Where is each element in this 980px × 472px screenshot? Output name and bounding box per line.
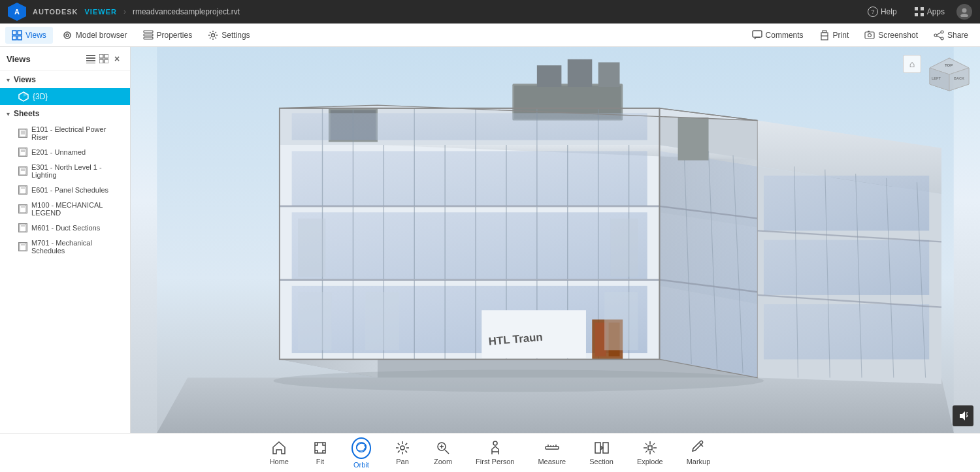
svg-point-4 (962, 8, 967, 13)
sidebar-item-m100[interactable]: M100 - MECHANICAL LEGEND (0, 198, 130, 220)
svg-point-23 (941, 37, 943, 40)
viewcube[interactable]: TOP LEFT BACK (926, 55, 972, 94)
first-person-tool-icon (487, 440, 503, 456)
svg-point-119 (273, 370, 763, 392)
apps-button[interactable]: Apps (909, 4, 950, 20)
markup-tool-label: Markup (687, 458, 711, 465)
svg-point-10 (64, 32, 71, 39)
orbit-tool[interactable]: Orbit (340, 433, 383, 473)
svg-line-140 (966, 413, 968, 413)
user-avatar[interactable] (956, 4, 972, 20)
sheets-section[interactable]: ▾ Sheets (0, 105, 130, 122)
grid-view-button[interactable] (97, 52, 110, 65)
first-person-tool-label: First Person (476, 458, 514, 465)
svg-point-148 (493, 441, 497, 445)
sheet-icon (18, 204, 27, 213)
3d-viewport[interactable]: HTL Traun (131, 47, 980, 433)
svg-point-5 (960, 14, 968, 17)
fit-tool-icon (312, 440, 328, 456)
sound-button[interactable] (953, 405, 973, 426)
sidebar-item-e601[interactable]: E601 - Panel Schedules (0, 182, 130, 198)
svg-rect-39 (20, 148, 26, 156)
home-tool[interactable]: Home (258, 436, 301, 469)
home-view-icon: ⌂ (909, 59, 915, 69)
help-button[interactable]: ? Help (862, 4, 902, 20)
measure-tool[interactable]: Measure (526, 436, 578, 469)
3d-icon (18, 91, 29, 102)
close-sidebar-button[interactable]: × (110, 52, 123, 65)
print-icon (819, 30, 830, 40)
orbit-tool-icon (354, 440, 368, 454)
autodesk-logo: A (8, 3, 26, 21)
zoom-tool-label: Zoom (434, 458, 452, 465)
svg-rect-17 (821, 36, 828, 40)
building-model: HTL Traun (131, 47, 980, 433)
views-icon (12, 30, 22, 40)
explode-tool-label: Explode (637, 458, 663, 465)
properties-tab[interactable]: Properties (137, 27, 199, 44)
comments-button[interactable]: Comments (745, 27, 810, 44)
svg-rect-51 (20, 243, 26, 251)
explode-tool[interactable]: Explode (625, 436, 675, 469)
svg-rect-42 (20, 167, 26, 175)
settings-icon (208, 30, 218, 40)
views-section[interactable]: ▾ Views (0, 71, 130, 88)
orbit-tool-label: Orbit (353, 461, 369, 469)
svg-rect-123 (764, 240, 929, 295)
sidebar-item-e201[interactable]: E201 - Unnamed (0, 144, 130, 160)
zoom-tool[interactable]: Zoom (422, 436, 464, 469)
svg-rect-21 (868, 31, 870, 32)
views-tab[interactable]: Views (5, 27, 53, 44)
section-tool-icon (594, 440, 610, 456)
views-arrow: ▾ (7, 76, 10, 84)
screenshot-button[interactable]: Screenshot (858, 27, 924, 44)
pan-tool[interactable]: Pan (383, 436, 422, 469)
share-icon (934, 30, 944, 40)
home-view-button[interactable]: ⌂ (903, 55, 921, 73)
print-button[interactable]: Print (813, 27, 856, 44)
svg-rect-1 (921, 7, 924, 10)
svg-point-20 (868, 33, 872, 37)
sidebar-item-m601[interactable]: M601 - Duct Sections (0, 220, 130, 236)
model-browser-tab[interactable]: Model browser (56, 27, 134, 44)
svg-rect-155 (595, 443, 600, 453)
explode-tool-icon (642, 440, 658, 456)
svg-rect-98 (568, 59, 593, 87)
fit-tool[interactable]: Fit (301, 436, 340, 469)
project-name: rmeadvancedsampleproject.rvt (133, 7, 240, 16)
svg-rect-31 (99, 59, 103, 63)
svg-rect-3 (921, 13, 924, 16)
svg-rect-16 (753, 31, 762, 37)
main-content: Views × (0, 47, 980, 433)
svg-rect-27 (86, 60, 95, 61)
sidebar-item-e101[interactable]: E101 - Electrical Power Riser (0, 122, 130, 144)
apps-icon (914, 7, 924, 17)
top-bar: A AUTODESK VIEWER › rmeadvancedsamplepro… (0, 0, 980, 24)
markup-tool[interactable]: Markup (675, 436, 723, 469)
first-person-tool[interactable]: First Person (464, 436, 526, 469)
list-view-button[interactable] (84, 52, 97, 65)
sidebar-item-e301[interactable]: E301 - North Level 1 - Lighting (0, 160, 130, 182)
svg-rect-112 (365, 292, 399, 350)
svg-rect-8 (12, 36, 16, 40)
sidebar-header: Views × (0, 47, 130, 71)
e601-label: E601 - Panel Schedules (31, 186, 108, 194)
svg-marker-139 (960, 411, 965, 420)
section-tool-label: Section (589, 458, 613, 465)
svg-rect-104 (292, 113, 647, 140)
m100-label: M100 - MECHANICAL LEGEND (31, 201, 123, 217)
svg-marker-34 (24, 92, 28, 97)
properties-icon (143, 30, 154, 40)
section-tool[interactable]: Section (578, 436, 625, 469)
sheet-icon (18, 242, 27, 251)
sidebar-item-3d[interactable]: {3D} (0, 88, 130, 105)
settings-tab[interactable]: Settings (201, 27, 256, 44)
svg-rect-28 (86, 63, 95, 63)
sidebar-item-m701[interactable]: M701 - Mechanical Schedules (0, 236, 130, 258)
e201-label: E201 - Unnamed (31, 148, 86, 156)
views-section-label: Views (14, 75, 36, 84)
sidebar: Views × (0, 47, 131, 433)
share-button[interactable]: Share (927, 27, 975, 44)
svg-point-143 (400, 446, 404, 450)
markup-tool-icon (691, 440, 706, 456)
